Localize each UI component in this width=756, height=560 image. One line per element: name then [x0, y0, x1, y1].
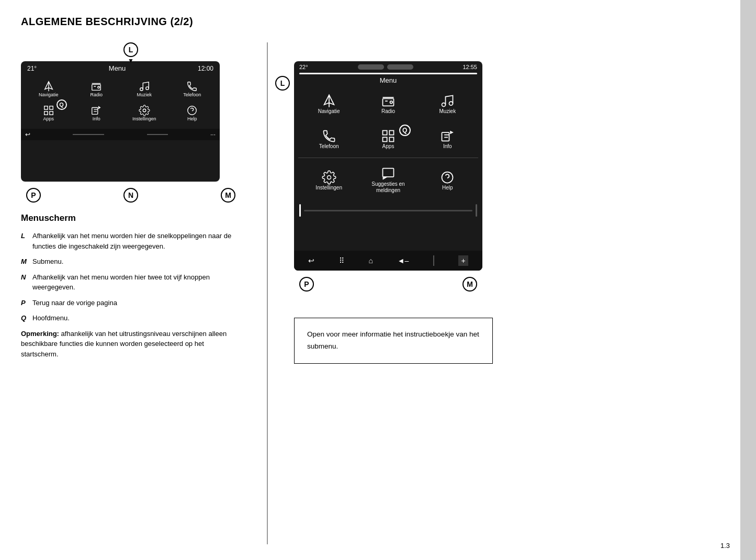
svg-rect-6 [44, 106, 48, 109]
section-title: Menuscherm [21, 213, 241, 223]
left-car-screen: 21° Menu 12:00 Navigatie [21, 61, 220, 182]
info-label-small: Info [93, 116, 100, 121]
svg-point-29 [442, 172, 453, 183]
large-info-item[interactable]: Info [418, 124, 477, 154]
pill-2 [387, 64, 413, 70]
large-screen-bottom-labels: P M [294, 277, 482, 292]
large-icons-row2: Telefoon Apps Q [294, 121, 482, 156]
p-label-left: P [26, 188, 41, 203]
large-instellingen-item[interactable]: Instellingen [299, 161, 358, 199]
music-icon-small [139, 81, 150, 92]
help-label-small: Help [187, 116, 197, 121]
nav-icon-large [322, 94, 336, 108]
radio-icon-small [91, 81, 102, 92]
large-icons-row1: Navigatie Radio [294, 86, 482, 121]
screen-large-header: 22° 12:55 [294, 61, 482, 73]
desc-item-q: Q Hoofdmenu. [21, 313, 241, 323]
desc-text-p: Terug naar de vorige pagina [32, 298, 241, 308]
help-icon-small [186, 105, 198, 116]
footer-back-small[interactable]: ↩ [25, 131, 30, 138]
large-telefoon-item[interactable]: Telefoon [299, 124, 358, 154]
footer-dots-small[interactable]: ··· [210, 131, 216, 138]
apps-label-small: Apps [43, 116, 54, 121]
svg-point-1 [98, 86, 100, 88]
phone-icon-small [186, 81, 198, 92]
small-instellingen-item[interactable]: Instellingen [121, 102, 168, 125]
info-box-text: Open voor meer informatie het instructie… [307, 330, 479, 350]
screen-time-left: 12:00 [198, 65, 213, 72]
apps-icon-large [381, 129, 396, 143]
right-sidebar [740, 0, 756, 560]
info-label-large: Info [443, 143, 452, 149]
small-help-item[interactable]: Help [169, 102, 216, 125]
music-icon-large [440, 94, 455, 108]
desc-text-l: Afhankelijk van het menu worden hier de … [32, 231, 241, 251]
small-nav-item[interactable]: Navigatie [25, 77, 72, 100]
small-muziek-item[interactable]: Muziek [121, 77, 168, 100]
desc-key-p: P [21, 298, 28, 308]
svg-rect-10 [92, 108, 98, 115]
large-help-item[interactable]: Help [418, 161, 477, 199]
apps-label-large: Apps [382, 143, 394, 149]
desc-text-n: Afhankelijk van het menu worden hier twe… [32, 272, 241, 293]
l-label-small-screen: L [123, 42, 138, 57]
footer-back-large[interactable]: ↩ [308, 256, 314, 265]
small-apps-item[interactable]: Apps Q [25, 102, 72, 125]
large-muziek-item[interactable]: Muziek [418, 88, 477, 119]
right-car-screen: 22° 12:55 Menu [294, 61, 482, 271]
info-box: Open voor meer informatie het instructie… [294, 318, 493, 364]
large-icons-row3: Instellingen Suggesties enmeldingen [294, 159, 482, 201]
footer-vol-down-large[interactable]: ◄– [398, 256, 409, 265]
desc-text-m: Submenu. [32, 256, 241, 267]
q-badge-large: Q [399, 125, 411, 136]
help-icon-large [440, 170, 455, 185]
svg-point-11 [143, 109, 146, 112]
pill-1 [358, 64, 384, 70]
svg-rect-20 [382, 131, 387, 135]
instellingen-label-small: Instellingen [132, 116, 156, 121]
suggestions-icon-large [381, 166, 396, 181]
muziek-label-large: Muziek [439, 108, 456, 114]
large-suggesties-item[interactable]: Suggesties enmeldingen [358, 161, 418, 199]
screen-temp-right: 22° [299, 64, 308, 70]
large-radio-item[interactable]: Radio [358, 88, 418, 119]
small-telefoon-item[interactable]: Telefoon [169, 77, 216, 100]
svg-rect-7 [50, 106, 53, 109]
screen-bottom-labels: P N M [21, 188, 241, 203]
apps-icon-small [43, 105, 54, 116]
l-arrow-small: ▼ [128, 57, 134, 64]
small-info-item[interactable]: Info [73, 102, 120, 125]
progress-line [299, 204, 301, 217]
footer-apps-large[interactable]: ⠿ [339, 256, 344, 265]
svg-point-15 [390, 101, 392, 104]
large-nav-item[interactable]: Navigatie [299, 88, 358, 119]
svg-point-18 [442, 103, 446, 107]
page-number: 1.3 [720, 542, 730, 550]
screen-progress-area [294, 202, 482, 219]
telefoon-label-small: Telefoon [183, 92, 201, 97]
large-apps-item[interactable]: Apps Q [358, 124, 418, 154]
progress-end [476, 204, 477, 217]
svg-point-25 [327, 175, 331, 179]
description-section: Menuscherm L Afhankelijk van het menu wo… [21, 213, 241, 359]
footer-vol-up-large[interactable]: + [458, 255, 468, 266]
desc-key-l: L [21, 231, 28, 251]
progress-bar [304, 210, 472, 211]
radio-label-small: Radio [90, 92, 103, 97]
l-label-large-screen: L [275, 76, 290, 91]
m-label-left: M [221, 188, 235, 203]
desc-item-l: L Afhankelijk van het menu worden hier d… [21, 231, 241, 251]
footer-home-large[interactable]: ⌂ [369, 256, 373, 265]
screen-separator [298, 158, 478, 158]
desc-key-q: Q [21, 313, 28, 323]
small-radio-item[interactable]: Radio [73, 77, 120, 100]
m-label-right: M [462, 277, 477, 292]
help-label-large: Help [442, 185, 453, 191]
screen-small-header: 21° Menu 12:00 [21, 61, 220, 75]
svg-point-5 [146, 87, 149, 90]
svg-rect-9 [50, 111, 53, 115]
svg-point-12 [188, 106, 197, 115]
screen-menu-label-left: Menu [37, 64, 198, 72]
opmerking-text: Opmerking: afhankelijk van het uitrustin… [21, 329, 241, 360]
desc-text-q: Hoofdmenu. [32, 313, 241, 323]
